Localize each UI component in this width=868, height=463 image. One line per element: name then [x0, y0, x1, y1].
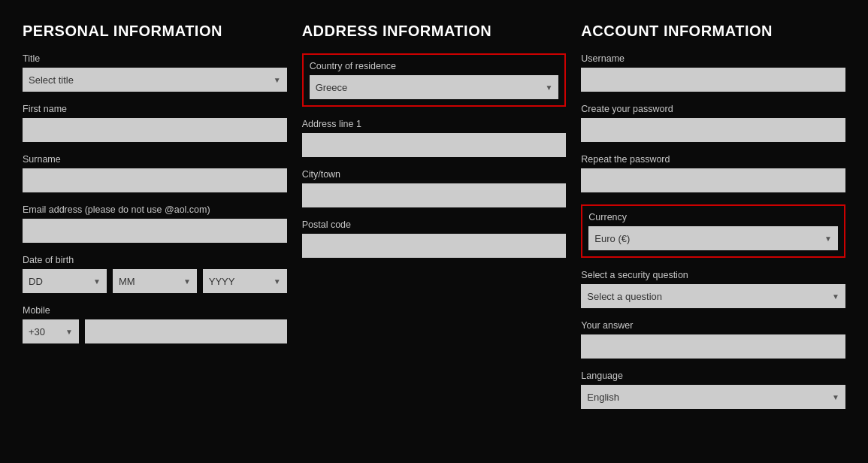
country-select[interactable]: Greece United Kingdom Germany France: [310, 75, 559, 99]
title-select[interactable]: Select title Mr Mrs Ms Dr: [23, 68, 287, 92]
main-container: PERSONAL INFORMATION Title Select title …: [15, 15, 853, 428]
personal-column: PERSONAL INFORMATION Title Select title …: [23, 23, 287, 421]
country-select-wrapper: Greece United Kingdom Germany France: [310, 75, 559, 99]
password-field-group: Create your password: [581, 104, 845, 142]
currency-select-wrapper: Euro (€) US Dollar ($) British Pound (£): [588, 226, 838, 250]
password-label: Create your password: [581, 104, 845, 114]
mobile-label: Mobile: [23, 305, 287, 316]
email-label: Email address (please do not use @aol.co…: [23, 204, 287, 215]
firstname-field-group: First name: [23, 104, 287, 142]
city-label: City/town: [302, 169, 567, 180]
dob-label: Date of birth: [23, 255, 287, 265]
address-column: ADDRESS INFORMATION Country of residence…: [302, 23, 567, 421]
title-field-group: Title Select title Mr Mrs Ms Dr: [23, 53, 287, 92]
repeat-password-input[interactable]: [581, 168, 845, 192]
dob-row: DD MM YYYY: [23, 269, 287, 293]
mobile-code-wrapper: +30 +44 +1: [23, 319, 79, 343]
username-input[interactable]: [581, 68, 845, 92]
mobile-code-select[interactable]: +30 +44 +1: [23, 319, 79, 343]
postal-label: Postal code: [302, 219, 567, 230]
language-select[interactable]: English Greek German French: [581, 385, 845, 409]
dob-yyyy-select[interactable]: YYYY: [203, 269, 287, 293]
mobile-number-input[interactable]: [85, 319, 287, 343]
repeat-password-field-group: Repeat the password: [581, 154, 845, 192]
username-field-group: Username: [581, 53, 845, 92]
mobile-row: +30 +44 +1: [23, 319, 287, 343]
mobile-field-group: Mobile +30 +44 +1: [23, 305, 287, 343]
dob-dd-wrapper: DD: [23, 269, 107, 293]
answer-label: Your answer: [581, 320, 845, 331]
address-section-title: ADDRESS INFORMATION: [302, 23, 567, 40]
postal-field-group: Postal code: [302, 219, 567, 258]
password-input[interactable]: [581, 118, 845, 142]
language-field-group: Language English Greek German French: [581, 371, 845, 409]
dob-mm-wrapper: MM: [113, 269, 197, 293]
security-select-wrapper: Select a question What is your pet's nam…: [581, 284, 845, 308]
dob-dd-select[interactable]: DD: [23, 269, 107, 293]
firstname-label: First name: [23, 104, 287, 114]
username-label: Username: [581, 53, 845, 64]
currency-red-border: Currency Euro (€) US Dollar ($) British …: [581, 204, 845, 258]
mobile-code-select-wrapper: +30 +44 +1: [23, 319, 79, 343]
answer-field-group: Your answer: [581, 320, 845, 359]
dob-mm-select[interactable]: MM: [113, 269, 197, 293]
title-select-wrapper: Select title Mr Mrs Ms Dr: [23, 68, 287, 92]
city-input[interactable]: [302, 183, 567, 207]
personal-section-title: PERSONAL INFORMATION: [23, 23, 287, 40]
address1-field-group: Address line 1: [302, 119, 567, 157]
country-red-border: Country of residence Greece United Kingd…: [302, 53, 567, 107]
repeat-password-label: Repeat the password: [581, 154, 845, 165]
security-label: Select a security question: [581, 270, 845, 280]
mobile-number-wrapper: [85, 319, 287, 343]
title-label: Title: [23, 53, 287, 64]
currency-select[interactable]: Euro (€) US Dollar ($) British Pound (£): [588, 226, 838, 250]
currency-label: Currency: [588, 212, 838, 222]
account-section-title: ACCOUNT INFORMATION: [581, 23, 845, 40]
firstname-input[interactable]: [23, 118, 287, 142]
address1-input[interactable]: [302, 133, 567, 157]
country-label: Country of residence: [310, 61, 559, 71]
language-label: Language: [581, 371, 845, 381]
surname-input[interactable]: [23, 168, 287, 192]
email-input[interactable]: [23, 219, 287, 243]
address1-label: Address line 1: [302, 119, 567, 129]
security-field-group: Select a security question Select a ques…: [581, 270, 845, 308]
surname-field-group: Surname: [23, 154, 287, 192]
email-field-group: Email address (please do not use @aol.co…: [23, 204, 287, 243]
surname-label: Surname: [23, 154, 287, 165]
postal-input[interactable]: [302, 234, 567, 258]
city-field-group: City/town: [302, 169, 567, 207]
answer-input[interactable]: [581, 334, 845, 359]
security-select[interactable]: Select a question What is your pet's nam…: [581, 284, 845, 308]
account-column: ACCOUNT INFORMATION Username Create your…: [581, 23, 845, 421]
dob-field-group: Date of birth DD MM YYYY: [23, 255, 287, 293]
dob-yyyy-wrapper: YYYY: [203, 269, 287, 293]
language-select-wrapper: English Greek German French: [581, 385, 845, 409]
